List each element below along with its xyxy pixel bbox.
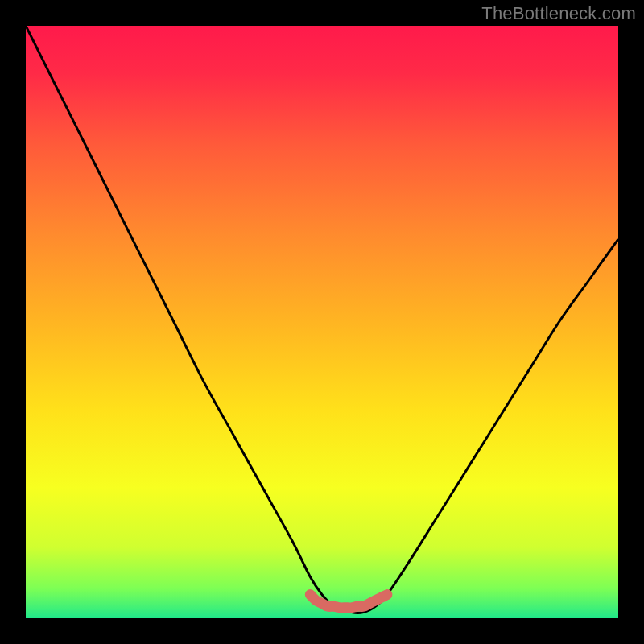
chart-plot-area [26, 26, 618, 618]
chart-frame: TheBottleneck.com [0, 0, 644, 644]
watermark-text: TheBottleneck.com [481, 3, 636, 24]
gradient-background [26, 26, 618, 618]
chart-svg [26, 26, 618, 618]
